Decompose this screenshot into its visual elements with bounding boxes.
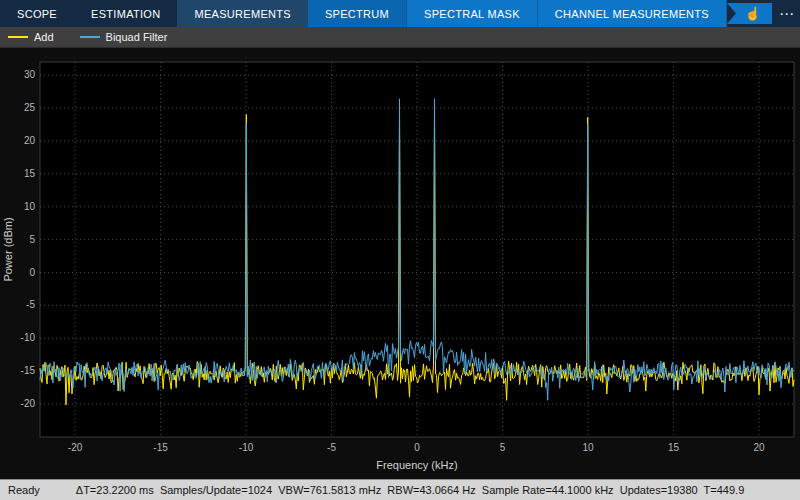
tab-spectrum[interactable]: SPECTRUM <box>308 0 407 27</box>
svg-text:10: 10 <box>24 201 36 212</box>
tab-measurements[interactable]: MEASUREMENTS <box>177 0 308 27</box>
svg-text:20: 20 <box>753 442 765 453</box>
svg-text:30: 30 <box>24 69 36 80</box>
hand-pointer-icon: ☝ <box>738 7 762 20</box>
svg-text:-20: -20 <box>68 442 83 453</box>
legend-item-add[interactable]: Add <box>8 31 54 43</box>
legend-swatch-biquad-filter <box>80 36 100 38</box>
svg-text:0: 0 <box>414 442 420 453</box>
y-axis-label: Power (dBm) <box>2 217 14 281</box>
status-ready: Ready <box>8 484 40 496</box>
spectrum-analyzer-window: SCOPE ESTIMATION MEASUREMENTS SPECTRUM S… <box>0 0 800 500</box>
legend-label-add: Add <box>34 31 54 43</box>
svg-text:-20: -20 <box>21 398 36 409</box>
hand-pointer-button[interactable]: ☝ <box>727 3 772 24</box>
status-bar: Ready ΔT=23.2200 ms Samples/Update=1024 … <box>0 479 800 500</box>
svg-text:5: 5 <box>500 442 506 453</box>
svg-text:25: 25 <box>24 102 36 113</box>
legend-item-biquad-filter[interactable]: Biquad Filter <box>80 31 168 43</box>
svg-text:5: 5 <box>29 234 35 245</box>
svg-text:-10: -10 <box>239 442 254 453</box>
svg-text:20: 20 <box>24 135 36 146</box>
tab-scope[interactable]: SCOPE <box>0 0 74 27</box>
svg-text:15: 15 <box>668 442 680 453</box>
svg-text:0: 0 <box>29 267 35 278</box>
legend-bar: Add Biquad Filter <box>0 27 800 48</box>
more-options-button[interactable]: ⋯ <box>774 0 800 27</box>
svg-text:-15: -15 <box>153 442 168 453</box>
tab-estimation[interactable]: ESTIMATION <box>74 0 177 27</box>
svg-text:10: 10 <box>582 442 594 453</box>
x-tick-labels: -20-15-10-505101520 <box>68 442 765 453</box>
tab-channel-measurements[interactable]: CHANNEL MEASUREMENTS <box>538 0 727 27</box>
tab-spectral-mask[interactable]: SPECTRAL MASK <box>407 0 538 27</box>
status-measurements: ΔT=23.2200 ms Samples/Update=1024 VBW=76… <box>76 484 744 496</box>
y-tick-labels: 302520151050-5-10-15-20 <box>21 69 36 409</box>
svg-text:-5: -5 <box>26 299 35 310</box>
legend-swatch-add <box>8 36 28 38</box>
legend-label-biquad-filter: Biquad Filter <box>106 31 168 43</box>
svg-text:-10: -10 <box>21 332 36 343</box>
x-axis-label: Frequency (kHz) <box>376 459 457 471</box>
contextual-tab-group: SPECTRUM SPECTRAL MASK CHANNEL MEASUREME… <box>308 0 727 27</box>
toolstrip-tabbar: SCOPE ESTIMATION MEASUREMENTS SPECTRUM S… <box>0 0 800 27</box>
plot-area[interactable]: -20-15-10-505101520302520151050-5-10-15-… <box>0 48 800 479</box>
spectrum-plot[interactable]: -20-15-10-505101520302520151050-5-10-15-… <box>0 48 800 481</box>
svg-text:-15: -15 <box>21 365 36 376</box>
svg-text:15: 15 <box>24 168 36 179</box>
svg-text:-5: -5 <box>327 442 336 453</box>
